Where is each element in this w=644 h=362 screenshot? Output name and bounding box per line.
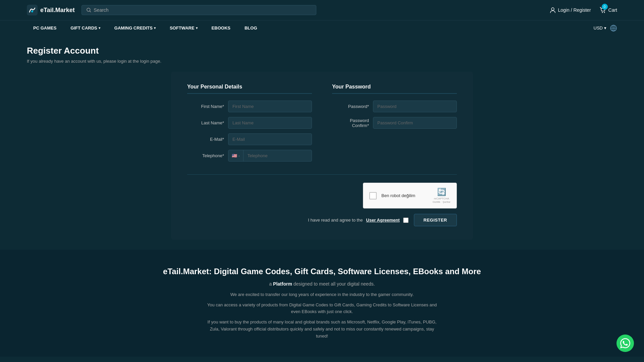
cart-button[interactable]: 0 Cart <box>599 6 617 14</box>
whatsapp-fab[interactable] <box>616 335 634 352</box>
whatsapp-icon <box>620 338 630 348</box>
nav-item-gift-cards[interactable]: GIFT CARDS <box>64 21 106 35</box>
register-button[interactable]: REGISTER <box>414 214 457 226</box>
cart-label: Cart <box>608 7 617 13</box>
nav-right: USD ▾ <box>594 24 617 32</box>
svg-point-1 <box>31 10 33 12</box>
personal-details-section: Your Personal Details First Name* Last N… <box>187 84 312 166</box>
search-input[interactable] <box>94 7 311 13</box>
recaptcha-checkbox[interactable] <box>369 192 377 199</box>
nav-item-blog[interactable]: BLOG <box>238 21 264 35</box>
nav-item-gaming-credits[interactable]: GAMING CREDITS <box>108 21 162 35</box>
site-name: eTail.Market <box>40 7 75 14</box>
personal-section-title: Your Personal Details <box>187 84 312 94</box>
first-name-label: First Name* <box>187 104 224 109</box>
password-row: Password* <box>332 101 457 112</box>
user-icon <box>550 7 556 13</box>
search-bar <box>82 5 316 15</box>
recaptcha-widget: Ben robot değilim 🔄 reCAPTCHA Gizlilik ·… <box>363 183 457 208</box>
password-label: Password* <box>332 104 369 109</box>
svg-point-6 <box>604 12 605 13</box>
svg-point-4 <box>551 8 554 10</box>
first-name-row: First Name* <box>187 101 312 112</box>
first-name-input[interactable] <box>228 101 312 112</box>
recaptcha-text: Ben robot değilim <box>381 193 428 198</box>
footer-title: eTail.Market: Digital Game Codes, Gift C… <box>27 266 617 277</box>
svg-point-5 <box>602 12 603 13</box>
footer-desc2: You can access a variety of products fro… <box>205 302 439 316</box>
telephone-label: Telephone* <box>187 153 224 158</box>
header-right: Login / Register 0 Cart <box>550 6 617 14</box>
register-form-card: Your Personal Details First Name* Last N… <box>171 72 473 240</box>
last-name-row: Last Name* <box>187 117 312 129</box>
password-confirm-input[interactable] <box>373 117 457 129</box>
password-input[interactable] <box>373 101 457 112</box>
footer: eTail.Market: Digital Game Codes, Gift C… <box>0 250 644 356</box>
phone-flag[interactable]: 🇺🇸 · <box>228 150 244 161</box>
user-agreement-link[interactable]: User Agreement <box>366 218 400 223</box>
password-section-title: Your Password <box>332 84 457 94</box>
form-bottom: Ben robot değilim 🔄 reCAPTCHA Gizlilik ·… <box>187 183 457 226</box>
footer-desc1: We are excited to transfer our long year… <box>205 291 439 298</box>
cart-badge: 0 <box>602 4 608 10</box>
phone-input-wrapper: 🇺🇸 · <box>228 150 312 162</box>
nav-item-software[interactable]: SOFTWARE <box>163 21 204 35</box>
recaptcha-logo: 🔄 reCAPTCHA Gizlilik · Şartlar <box>433 188 450 203</box>
search-icon <box>87 8 91 12</box>
email-label: E-Mail* <box>187 137 224 142</box>
agreement-checkbox[interactable] <box>403 218 409 223</box>
password-section: Your Password Password* Password Confirm… <box>332 84 457 166</box>
svg-line-3 <box>90 11 91 12</box>
last-name-input[interactable] <box>228 117 312 129</box>
nav-item-ebooks[interactable]: EBOOKS <box>205 21 237 35</box>
recaptcha-brand: reCAPTCHA Gizlilik · Şartlar <box>433 197 450 203</box>
main-content: Register Account If you already have an … <box>0 36 644 250</box>
email-input[interactable] <box>228 133 312 145</box>
last-name-label: Last Name* <box>187 120 224 125</box>
password-confirm-row: Password Confirm* <box>332 117 457 129</box>
password-confirm-label: Password Confirm* <box>332 118 369 128</box>
telephone-row: Telephone* 🇺🇸 · <box>187 150 312 162</box>
main-nav: PC GAMES GIFT CARDS GAMING CREDITS SOFTW… <box>0 20 644 36</box>
globe-icon[interactable] <box>610 24 617 32</box>
footer-platform: a Platform designed to meet all your dig… <box>27 281 617 287</box>
recaptcha-logo-icon: 🔄 <box>437 188 446 196</box>
page-title: Register Account <box>27 46 617 56</box>
nav-item-pc-games[interactable]: PC GAMES <box>27 21 63 35</box>
form-divider <box>187 174 457 175</box>
footer-desc3: If you want to buy the products of many … <box>205 319 439 340</box>
currency-selector[interactable]: USD ▾ <box>594 25 606 31</box>
agreement-row: I have read and agree to the User Agreem… <box>308 218 408 223</box>
bottom-actions: I have read and agree to the User Agreem… <box>308 214 457 226</box>
email-row: E-Mail* <box>187 133 312 145</box>
site-logo[interactable]: eTail.Market <box>27 5 75 15</box>
header: eTail.Market Login / Register 0 Cart <box>0 0 644 20</box>
form-sections: Your Personal Details First Name* Last N… <box>187 84 457 166</box>
telephone-input[interactable] <box>244 150 312 161</box>
page-subtitle: If you already have an account with us, … <box>27 59 617 64</box>
svg-rect-0 <box>27 5 38 15</box>
logo-icon <box>27 5 38 15</box>
login-register-link[interactable]: Login / Register <box>550 7 591 13</box>
